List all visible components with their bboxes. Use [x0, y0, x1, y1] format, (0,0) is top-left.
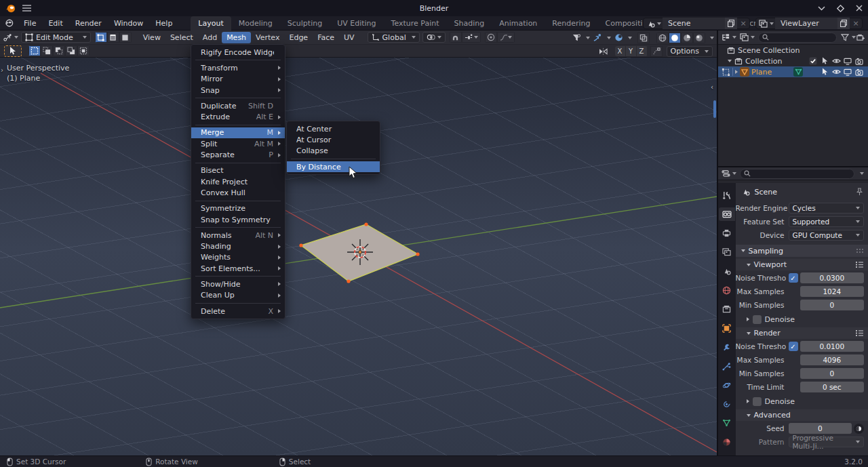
filter-chevron-icon[interactable]	[586, 37, 590, 39]
menu-item-at-cursor[interactable]: At Cursor	[287, 134, 380, 145]
menu-item-symmetrize[interactable]: Symmetrize	[191, 203, 285, 214]
menu-item-weights[interactable]: Weights	[191, 252, 285, 263]
shading-chevron-icon[interactable]	[710, 37, 714, 39]
menu-uv[interactable]: UV	[339, 32, 359, 43]
outliner-mode-chevron-icon[interactable]	[751, 36, 755, 39]
viewlayer-name[interactable]: ViewLayer	[775, 18, 837, 29]
viewlayer-new-copy-icon[interactable]	[837, 18, 850, 29]
transform-orientation-dropdown[interactable]: Global	[368, 32, 420, 43]
tab-layout[interactable]: Layout	[191, 16, 231, 31]
render-max-samples-field[interactable]: 4096	[800, 354, 865, 365]
preset-icon[interactable]	[856, 330, 864, 336]
menu-item-snap[interactable]: Snap	[191, 85, 285, 96]
select-invert-mode-button[interactable]	[65, 45, 77, 56]
mirror-x-button[interactable]: X	[615, 46, 626, 56]
menu-item-convex-hull[interactable]: Convex Hull	[191, 187, 285, 198]
collection-checkbox-icon[interactable]	[808, 56, 818, 66]
mirror-y-button[interactable]: Y	[626, 46, 637, 56]
select-extend-mode-button[interactable]	[41, 45, 53, 56]
menu-view[interactable]: View	[138, 32, 165, 43]
menu-item-at-center[interactable]: At Center	[287, 123, 380, 134]
snap-target-dropdown[interactable]	[462, 32, 481, 43]
close-button[interactable]	[854, 3, 864, 13]
menu-item-by-distance[interactable]: By Distance	[287, 161, 380, 172]
noise-threshold-checkbox[interactable]: ✓	[789, 273, 798, 283]
scene-icon[interactable]	[644, 20, 663, 28]
options-dropdown[interactable]: Options	[667, 46, 713, 57]
solid-shading-button[interactable]	[669, 33, 681, 43]
pattern-dropdown[interactable]: Progressive Multi-Ji...	[789, 436, 865, 447]
seed-field[interactable]: 0	[789, 423, 852, 434]
menu-item-extrude[interactable]: ExtrudeAlt E	[191, 111, 285, 122]
selectable-pointer-icon[interactable]	[820, 56, 829, 66]
collection-expand-icon[interactable]	[728, 60, 732, 62]
render-min-samples-field[interactable]: 0	[800, 368, 865, 379]
blender-app-menu-icon[interactable]	[4, 18, 14, 28]
gizmos-chevron-icon[interactable]	[607, 37, 611, 39]
tab-collection[interactable]	[719, 302, 735, 316]
tab-uv-editing[interactable]: UV Editing	[330, 16, 383, 31]
tab-render[interactable]	[719, 207, 735, 221]
gizmos-toggle-icon[interactable]	[593, 33, 602, 43]
viewport-disable-icon[interactable]	[843, 67, 852, 77]
render-disable-camera-icon[interactable]	[854, 67, 864, 77]
tab-texture-paint[interactable]: Texture Paint	[384, 16, 447, 31]
tab-material[interactable]	[719, 435, 735, 449]
menu-item-merge[interactable]: MergeM	[191, 127, 285, 138]
xray-toggle-icon[interactable]	[637, 33, 650, 43]
tab-rendering[interactable]: Rendering	[545, 16, 597, 31]
outliner-search-input[interactable]	[758, 33, 837, 43]
scene-name[interactable]: Scene	[663, 18, 725, 29]
overlays-chevron-icon[interactable]	[628, 37, 632, 39]
snap-magnet-icon[interactable]	[450, 32, 462, 43]
menu-file[interactable]: File	[18, 18, 42, 29]
tab-modifiers[interactable]	[719, 340, 735, 354]
menu-item-separate[interactable]: SeparateP	[191, 149, 285, 160]
properties-editor-type-icon[interactable]	[721, 169, 730, 178]
menu-item-mirror[interactable]: Mirror	[191, 74, 285, 85]
preset-icon[interactable]	[856, 262, 864, 268]
tab-object[interactable]	[719, 321, 735, 335]
menu-item-bisect[interactable]: Bisect	[191, 165, 285, 176]
sampling-section-header[interactable]: Sampling	[736, 245, 868, 257]
outliner-row-collection[interactable]: Collection	[718, 56, 868, 66]
menu-item-sort-elements[interactable]: Sort Elements...	[191, 263, 285, 274]
selectable-pointer-icon[interactable]	[820, 67, 829, 77]
select-intersect-mode-button[interactable]	[77, 45, 90, 56]
proportional-edit-icon[interactable]	[485, 32, 497, 43]
toolbar-expand-arrow-icon[interactable]: ›	[1, 66, 3, 74]
tab-world[interactable]	[719, 283, 735, 297]
hamburger-menu-icon[interactable]	[22, 5, 31, 12]
render-engine-dropdown[interactable]: Cycles	[789, 203, 865, 214]
menu-face[interactable]: Face	[313, 32, 339, 43]
sampling-advanced-header[interactable]: Advanced	[736, 409, 868, 421]
noise-threshold-checkbox[interactable]: ✓	[789, 342, 798, 351]
tab-animation[interactable]: Animation	[492, 16, 545, 31]
viewport-denoise-checkbox[interactable]	[753, 315, 762, 324]
tab-modeling[interactable]: Modeling	[231, 16, 280, 31]
outliner-filter-icon[interactable]	[840, 33, 850, 42]
menu-edit[interactable]: Edit	[42, 18, 68, 29]
viewport-3d-canvas[interactable]: User Perspective (1) Plane › ‹	[0, 58, 717, 455]
sampling-viewport-header[interactable]: Viewport	[736, 259, 868, 270]
menu-select[interactable]: Select	[165, 32, 198, 43]
plane-expand-icon[interactable]	[735, 70, 738, 74]
rendered-shading-button[interactable]	[693, 33, 705, 43]
scene-unlink-icon[interactable]: ×	[737, 18, 749, 29]
outliner-type-chevron-icon[interactable]	[732, 36, 736, 39]
select-set-mode-button[interactable]	[28, 45, 41, 56]
viewlayer-remove-icon[interactable]: ×	[850, 18, 862, 29]
menu-window[interactable]: Window	[108, 18, 149, 29]
outliner-row-scene-collection[interactable]: Scene Collection	[718, 45, 868, 56]
properties-options-chevron-icon[interactable]	[860, 172, 864, 175]
menu-item-normals[interactable]: NormalsAlt N	[191, 230, 285, 241]
tab-shading[interactable]: Shading	[447, 16, 492, 31]
viewlayer-icon[interactable]	[756, 20, 775, 28]
mode-dropdown[interactable]: Edit Mode	[21, 32, 91, 43]
mirror-z-button[interactable]: Z	[637, 46, 648, 56]
render-disable-camera-icon[interactable]	[854, 56, 864, 66]
sidebar-expand-arrow-icon[interactable]: ‹	[711, 83, 713, 91]
outliner-editor-type-icon[interactable]	[721, 33, 730, 42]
tab-output[interactable]	[719, 226, 735, 240]
face-select-mode-button[interactable]	[119, 32, 132, 43]
